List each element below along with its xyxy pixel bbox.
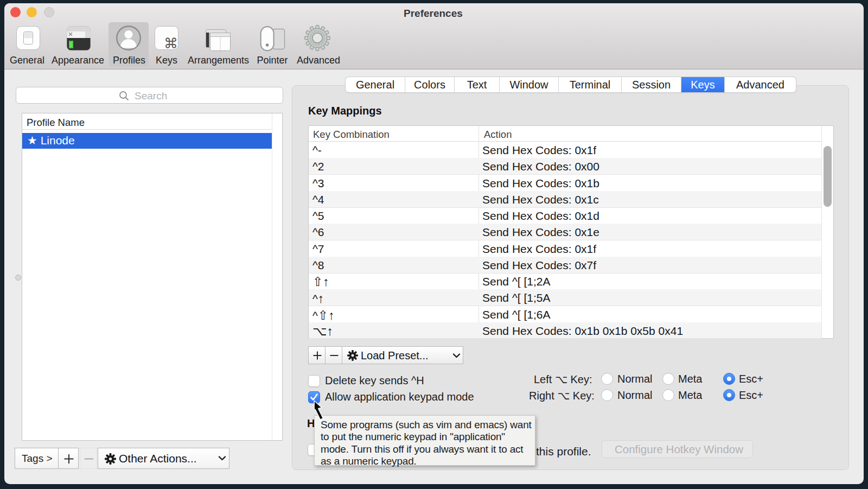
svg-text:⌘: ⌘ <box>164 35 178 50</box>
